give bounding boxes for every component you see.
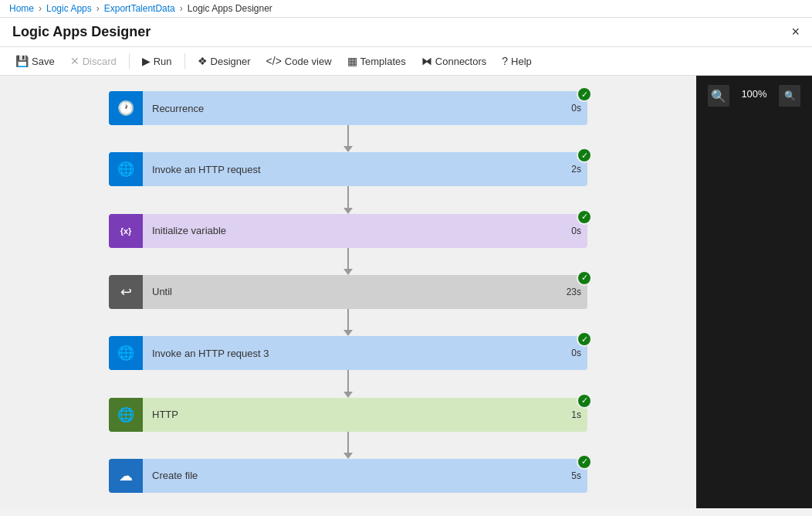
step-create-file[interactable]: ☁ Create file 5s ✓ <box>109 459 587 493</box>
arrow-line <box>347 432 349 453</box>
zoom-out-button[interactable]: 🔍 <box>779 85 800 107</box>
invoke-http3-icon-box: 🌐 <box>109 336 143 370</box>
invoke-http3-duration: 0s <box>565 348 587 358</box>
templates-label: Templates <box>360 56 406 67</box>
help-icon: ? <box>502 55 508 67</box>
breadcrumb-logicapps[interactable]: Logic Apps <box>46 3 92 14</box>
help-button[interactable]: ? Help <box>496 52 538 70</box>
title-bar: Logic Apps Designer × <box>0 18 812 47</box>
http-label: HTTP <box>143 409 565 420</box>
step-http[interactable]: 🌐 HTTP 1s ✓ <box>109 398 587 432</box>
discard-button[interactable]: ✕ Discard <box>64 52 123 70</box>
arrow-head <box>343 392 353 398</box>
arrow-head <box>343 146 353 152</box>
arrow-connector <box>343 432 353 459</box>
canvas-area: 🕐 Recurrence 0s ✓ 🌐 Invoke an HTTP reque… <box>0 76 812 508</box>
arrow-connector <box>343 309 353 336</box>
discard-label: Discard <box>83 56 117 67</box>
run-button[interactable]: ▶ Run <box>136 52 178 70</box>
arrow-line <box>347 309 349 330</box>
designer-label: Designer <box>211 56 251 67</box>
save-icon: 💾 <box>15 55 29 67</box>
arrow-head <box>343 330 353 336</box>
arrow-head <box>343 453 353 459</box>
invoke-http-icon: 🌐 <box>117 161 134 178</box>
invoke-http3-label: Invoke an HTTP request 3 <box>143 348 565 359</box>
recurrence-icon: 🕐 <box>117 100 134 117</box>
until-icon-box: ↩ <box>109 275 143 309</box>
run-icon: ▶ <box>142 55 151 67</box>
breadcrumb-home[interactable]: Home <box>9 3 34 14</box>
save-label: Save <box>32 56 55 67</box>
zoom-out-icon: 🔍 <box>784 90 796 101</box>
run-label: Run <box>154 56 172 67</box>
breadcrumb-sep-2: › <box>96 3 100 14</box>
designer-icon: ❖ <box>198 55 208 67</box>
create-file-duration: 5s <box>565 470 587 481</box>
help-label: Help <box>511 56 532 67</box>
connectors-label: Connectors <box>435 56 486 67</box>
invoke-http3-icon: 🌐 <box>117 345 134 362</box>
close-button[interactable]: × <box>791 24 800 40</box>
until-icon: ↩ <box>120 283 132 300</box>
save-button[interactable]: 💾 Save <box>9 52 61 70</box>
zoom-in-button[interactable]: 🔍 <box>708 85 729 107</box>
step-invoke-http[interactable]: 🌐 Invoke an HTTP request 2s ✓ <box>109 152 587 186</box>
arrow-connector <box>343 186 353 213</box>
breadcrumb-current: Logic Apps Designer <box>188 3 272 14</box>
step-recurrence[interactable]: 🕐 Recurrence 0s ✓ <box>109 91 587 125</box>
toolbar-separator-1 <box>129 53 130 69</box>
http-icon-box: 🌐 <box>109 398 143 432</box>
canvas[interactable]: 🕐 Recurrence 0s ✓ 🌐 Invoke an HTTP reque… <box>0 76 696 508</box>
invoke-http-label: Invoke an HTTP request <box>143 164 565 175</box>
until-label: Until <box>143 286 560 297</box>
toolbar: 💾 Save ✕ Discard ▶ Run ❖ Designer </> Co… <box>0 47 812 76</box>
step-until[interactable]: ↩ Until 23s ✓ <box>109 275 587 309</box>
code-view-button[interactable]: </> Code view <box>260 52 338 70</box>
create-file-icon: ☁ <box>119 467 133 484</box>
init-variable-success-badge: ✓ <box>577 209 592 225</box>
create-file-label: Create file <box>143 470 565 481</box>
arrow-line <box>347 125 349 146</box>
arrow-head <box>343 269 353 275</box>
init-variable-icon: {x} <box>120 226 132 236</box>
recurrence-icon-box: 🕐 <box>109 91 143 125</box>
http-duration: 1s <box>565 409 587 420</box>
create-file-success-badge: ✓ <box>577 454 592 470</box>
step-invoke-http3[interactable]: 🌐 Invoke an HTTP request 3 0s ✓ <box>109 336 587 370</box>
connectors-icon: ⧓ <box>421 55 432 67</box>
invoke-http-icon-box: 🌐 <box>109 152 143 186</box>
breadcrumb-sep-3: › <box>180 3 183 14</box>
connectors-button[interactable]: ⧓ Connectors <box>415 52 492 70</box>
init-variable-icon-box: {x} <box>109 214 143 248</box>
recurrence-duration: 0s <box>565 103 587 114</box>
zoom-level: 100% <box>736 85 773 103</box>
toolbar-separator-2 <box>184 53 185 69</box>
http-success-badge: ✓ <box>577 393 592 409</box>
flow-container: 🕐 Recurrence 0s ✓ 🌐 Invoke an HTTP reque… <box>109 91 587 493</box>
zoom-panel: 🔍 100% 🔍 <box>696 76 812 508</box>
code-view-label: Code view <box>285 56 332 67</box>
arrow-connector <box>343 125 353 152</box>
arrow-connector <box>343 370 353 397</box>
http-icon: 🌐 <box>117 406 134 423</box>
designer-button[interactable]: ❖ Designer <box>191 52 257 70</box>
arrow-line <box>347 186 349 207</box>
arrow-line <box>347 370 349 391</box>
until-duration: 23s <box>560 287 587 297</box>
templates-icon: ▦ <box>347 55 357 67</box>
zoom-in-icon: 🔍 <box>711 89 726 104</box>
arrow-connector <box>343 248 353 275</box>
init-variable-duration: 0s <box>565 226 587 236</box>
invoke-http-success-badge: ✓ <box>577 148 592 163</box>
until-success-badge: ✓ <box>577 270 592 286</box>
invoke-http-duration: 2s <box>565 164 587 175</box>
breadcrumb-export[interactable]: ExportTalentData <box>104 3 175 14</box>
invoke-http3-success-badge: ✓ <box>577 331 592 347</box>
page-title: Logic Apps Designer <box>12 24 151 40</box>
recurrence-label: Recurrence <box>143 103 565 114</box>
discard-icon: ✕ <box>70 55 80 67</box>
templates-button[interactable]: ▦ Templates <box>341 52 412 70</box>
arrow-head <box>343 208 353 214</box>
step-init-variable[interactable]: {x} Initialize variable 0s ✓ <box>109 214 587 248</box>
